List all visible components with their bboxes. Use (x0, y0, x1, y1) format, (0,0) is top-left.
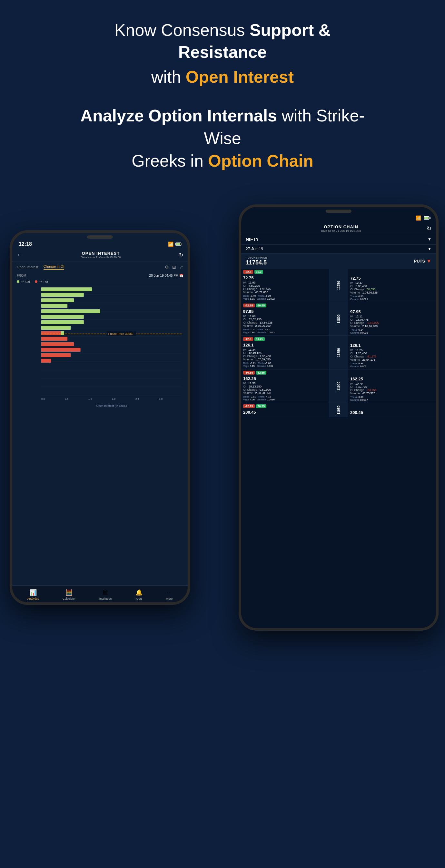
battery-icon-right (424, 216, 430, 220)
svg-rect-27 (41, 320, 84, 324)
oc-chain-row-11750: -62.8 30.2 72.75 IV 11.93 OI 4,80,225 OI… (241, 269, 436, 302)
call-badge-oi-11950: 70.35 (256, 404, 267, 408)
headline-1: Know Consensus Support & Resistance (71, 20, 374, 63)
call-badge-oi-11750: 30.2 (254, 270, 264, 274)
nav-institution[interactable]: 🏛 Institution (99, 589, 112, 600)
svg-rect-36 (41, 348, 80, 352)
call-badge-change-11900: -30.65 (243, 371, 255, 375)
strike-col-11800: 11800 (329, 302, 348, 336)
wifi-icon-right: 📶 (416, 215, 421, 221)
oi-tabs: Open Interest Change in OI ⚙ ⊞ ⤢ (12, 262, 188, 272)
oc-chain-row-11800: -52.95 40.45 97.95 IV 11.69 OI 32,02,950… (241, 302, 436, 336)
call-badge-change-11750: -62.8 (243, 270, 253, 274)
expand-icon[interactable]: ⤢ (179, 265, 183, 270)
svg-rect-23 (41, 299, 74, 302)
tab-icons: ⚙ ⊞ ⤢ (165, 265, 183, 270)
refresh-button[interactable]: ↻ (179, 252, 183, 258)
strike-col-11750: 11750 (329, 269, 348, 302)
filter-icon[interactable]: ⚙ (165, 265, 169, 270)
nav-calculator[interactable]: 🧮 Calculator (63, 589, 76, 600)
legend-dot-red (35, 280, 37, 283)
oc-title-block: OPTION CHAIN Data as on 21-Jun-19 15:31:… (321, 224, 361, 232)
oc-header: OPTION CHAIN Data as on 21-Jun-19 15:31:… (241, 222, 436, 234)
strike-value-11900: 11900 (337, 382, 341, 391)
call-side-11950: -22.15 70.35 200.45 (241, 403, 329, 417)
analytics-icon: 📊 (30, 589, 37, 596)
puts-label-group: PUTS ▼ (414, 258, 432, 264)
strike-value-11800: 11800 (337, 314, 341, 323)
call-badge-oi-11850: 51.25 (254, 337, 265, 341)
oc-chain-row-11850: -42.6 51.25 126.1 IV 11.34 OI 12,49,125 … (241, 336, 436, 369)
strike-value-11750: 11750 (337, 281, 341, 290)
svg-rect-40 (41, 359, 51, 363)
grid-icon[interactable]: ⊞ (172, 265, 176, 270)
from-date-group: 20-Jun-19 04:45 PM 📅 (149, 274, 183, 277)
bottom-nav-left: 📊 Analytics 🧮 Calculator 🏛 Institution 🔔… (12, 585, 188, 602)
svg-text:2.4: 2.4 (135, 398, 139, 400)
oi-header: ← OPEN INTEREST Data as on 21-Jun-19 15:… (12, 248, 188, 262)
strike-col-11900: 11900 (329, 369, 348, 403)
battery-icon-left (175, 243, 181, 246)
calculator-label: Calculator (63, 597, 76, 600)
from-label: FROM (17, 274, 26, 277)
svg-rect-25 (41, 309, 100, 313)
call-side-11850: -42.6 51.25 126.1 IV 11.34 OI 12,49,125 … (241, 336, 329, 369)
call-badge-oi-11800: 40.45 (256, 304, 267, 307)
svg-rect-38 (41, 353, 71, 357)
headline-2: with Open Interest (71, 66, 374, 88)
phone-notch-left (12, 233, 188, 240)
from-row: FROM 20-Jun-19 04:45 PM 📅 (12, 272, 188, 279)
speaker-left (87, 236, 113, 239)
right-phone: 📶 OPTION CHAIN Data as on 21-Jun-19 15:3… (239, 205, 439, 631)
phones-container: 12:18 📶 ← OPEN INTEREST Data as on 21-Ju… (0, 185, 445, 863)
wifi-icon-left: 📶 (168, 242, 173, 247)
svg-text:0.0: 0.0 (41, 398, 45, 400)
tab-change-in-oi[interactable]: Change in OI (43, 265, 65, 270)
open-interest-highlight: Open Interest (186, 67, 294, 86)
calendar-icon[interactable]: 📅 (179, 274, 183, 277)
tab-open-interest[interactable]: Open Interest (17, 265, 38, 269)
strike-value-11850: 11850 (337, 348, 341, 357)
oc-date-row[interactable]: 27-Jun-19 ▼ (241, 245, 436, 253)
analytics-label: Analytics (27, 597, 39, 600)
puts-label: PUTS (414, 259, 425, 264)
nav-alert[interactable]: 🔔 Alert (135, 589, 142, 600)
status-bar-left: 12:18 📶 (12, 240, 188, 248)
call-badge-change-11950: -22.15 (243, 404, 255, 408)
battery-fill-right (424, 217, 429, 219)
battery-fill-left (176, 243, 180, 245)
oi-subtitle: Data as on 21-Jun-19 15:30:00 (23, 256, 179, 259)
oc-selector-row[interactable]: NIFTY ▼ (241, 234, 436, 245)
calculator-icon: 🧮 (65, 589, 73, 596)
back-button[interactable]: ← (17, 252, 23, 258)
future-label: FUTURE PRICE (246, 256, 267, 259)
svg-rect-28 (41, 326, 71, 330)
x-axis-title: Open Interest (In Lacs.) (41, 404, 182, 409)
status-time: 12:18 (19, 241, 32, 247)
oc-title: OPTION CHAIN (321, 224, 361, 229)
call-badge-change-11850: -42.6 (243, 337, 253, 341)
more-icon: ··· (167, 589, 172, 596)
nav-analytics[interactable]: 📊 Analytics (27, 589, 39, 600)
svg-text:0.6: 0.6 (65, 398, 69, 400)
put-side-11750: 72.75 IV 12.47 OI 5,93,400 OI Change 58,… (348, 269, 436, 302)
put-side-11800: 97.95 IV 12.11 OI 22,70,475 OI Change -2… (348, 302, 436, 336)
svg-text:3.0: 3.0 (159, 398, 163, 400)
nav-more[interactable]: ··· More (166, 589, 173, 600)
oc-selector-label: NIFTY (246, 237, 259, 242)
svg-rect-30 (41, 331, 61, 335)
call-side-11750: -62.8 30.2 72.75 IV 11.93 OI 4,80,225 OI… (241, 269, 329, 302)
chevron-down-icon: ▼ (427, 237, 432, 242)
svg-rect-24 (41, 304, 67, 308)
future-price-group: FUTURE PRICE 11754.5 (246, 256, 267, 266)
header-section: Know Consensus Support & Resistance with… (45, 0, 400, 185)
right-phone-screen: 📶 OPTION CHAIN Data as on 21-Jun-19 15:3… (241, 207, 436, 628)
date-chevron-icon: ▼ (427, 247, 432, 251)
from-date: 20-Jun-19 04:45 PM (149, 274, 179, 277)
svg-rect-34 (41, 342, 74, 346)
oc-refresh-button[interactable]: ↻ (426, 225, 432, 232)
oc-future-bar: FUTURE PRICE 11754.5 PUTS ▼ (241, 253, 436, 269)
svg-text:Future Price 30660: Future Price 30660 (108, 332, 133, 336)
svg-rect-21 (41, 287, 92, 291)
put-side-11900: 162.25 IV 10.79 OI 8,42,775 OI Change -8… (348, 369, 436, 403)
